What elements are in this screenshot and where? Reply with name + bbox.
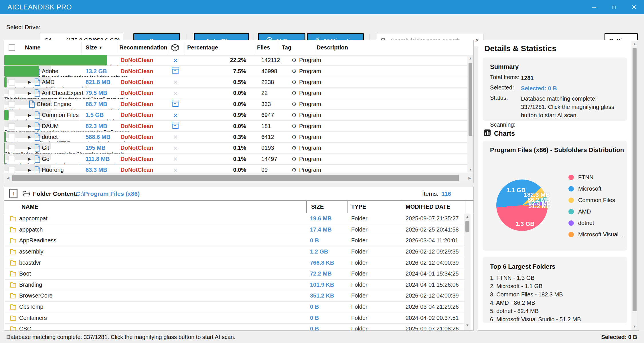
header-divider (306, 201, 307, 213)
row-checkbox[interactable] (9, 123, 15, 129)
column-header-modified[interactable]: MODIFIED DATE (406, 201, 450, 213)
checkbox-cell (9, 132, 15, 142)
list-item[interactable]: Branding101.9 KBFolder2024-04-01 15:26:0… (4, 280, 464, 291)
expand-arrow-icon[interactable]: ▶ (28, 154, 31, 164)
list-item[interactable]: AppReadiness0 BFolder2026-03-04 11:20:01 (4, 235, 464, 246)
row-checkbox[interactable] (9, 134, 15, 140)
table-row[interactable]: ▶Adobe13.2 GBDoNotClean7.5%46998⚙Program… (4, 66, 467, 77)
item-size: 101.9 KB (310, 280, 334, 290)
expand-arrow-icon[interactable]: ▶ (28, 121, 31, 131)
toolbar: Select Drive: C:\ (175.8 GB/953.6 GB) ▼ … (0, 14, 644, 40)
list-item[interactable]: bcastdvr766.8 KBFolder2026-02-12 04:00:3… (4, 257, 464, 268)
column-header-recommendation[interactable]: Recommendation (119, 40, 167, 55)
item-size: 0 B (310, 324, 319, 331)
legend-item[interactable]: FTNN (568, 172, 625, 183)
row-checkbox[interactable] (9, 79, 15, 85)
column-header-files[interactable]: Files (257, 40, 270, 55)
list-item[interactable]: CSC0 BFolder2025-09-07 21:08:26 (4, 324, 464, 331)
expand-arrow-icon[interactable]: ▶ (28, 88, 31, 98)
scrollbar-thumb[interactable] (12, 175, 459, 181)
legend-item[interactable]: AMD (568, 206, 625, 217)
scrollbar-thumb[interactable] (633, 48, 637, 311)
item-modified-date: 2026-03-04 21:29:26 (406, 302, 459, 312)
folder-path-link[interactable]: C:\Program Files (x86) (76, 187, 140, 200)
table-row[interactable]: ▶dotnet588.6 MBDoNotClean×0.3%6412⚙Progr… (4, 132, 467, 143)
scroll-left-icon[interactable]: ◀ (4, 173, 12, 183)
row-checkbox[interactable] (9, 156, 15, 162)
navigate-up-button[interactable]: ↑ (9, 189, 17, 198)
column-header-name[interactable]: Name (25, 40, 40, 55)
column-header-type[interactable]: TYPE (351, 201, 366, 213)
folder-name: Adobe (42, 66, 58, 76)
expand-arrow-icon[interactable]: ▶ (28, 110, 31, 120)
files-count: 46998 (261, 66, 277, 76)
table-row[interactable]: ▶Common Files1.5 GBDoNotClean×0.9%6947⚙P… (4, 110, 467, 121)
scroll-up-icon[interactable]: ▲ (631, 41, 638, 47)
scroll-up-icon[interactable]: ▲ (467, 55, 473, 62)
scroll-up-icon[interactable]: ▲ (464, 213, 471, 220)
item-size: 17.4 MB (310, 224, 332, 235)
legend-item[interactable]: Microsoft Visual ... (568, 229, 625, 240)
chart-legend: FTNNMicrosoftCommon FilesAMDdotnetMicros… (568, 172, 625, 240)
row-checkbox[interactable] (9, 112, 15, 118)
column-header-size[interactable]: Size ▼ (86, 40, 102, 55)
row-checkbox[interactable] (9, 90, 15, 96)
column-header-name[interactable]: NAME (21, 201, 38, 213)
action-cell: × (168, 110, 183, 120)
row-checkbox[interactable] (9, 167, 15, 173)
table-row[interactable]: ▶AMD821.8 MBDoNotClean×0.5%2238⚙ProgramD… (4, 77, 467, 88)
list-item[interactable]: BrowserCore351.2 KBFolder2026-02-12 04:0… (4, 290, 464, 302)
legend-dot (568, 186, 574, 192)
not-cleanable-x-icon: × (173, 144, 177, 152)
total-items-row: Total Items: 1281 (490, 74, 620, 82)
column-header-tag[interactable]: Tag (282, 40, 291, 55)
expand-arrow-icon[interactable]: ▶ (28, 77, 31, 87)
legend-item[interactable]: Common Files (568, 194, 625, 206)
table-row[interactable]: ▶Go111.8 MBDoNotClean×0.1%14497⚙ProgramS… (4, 154, 467, 165)
top6-item: 6. Microsoft Visual Studio - 51.2 MB (490, 315, 620, 324)
action-cell: × (168, 154, 183, 164)
list-item[interactable]: appcompat19.6 MBFolder2025-09-07 21:35:2… (4, 213, 464, 224)
legend-item[interactable]: Microsoft (568, 183, 625, 194)
row-checkbox[interactable] (9, 101, 15, 107)
scroll-down-icon[interactable]: ▼ (464, 322, 471, 329)
vertical-scrollbar[interactable]: ▲ ▼ (464, 213, 471, 331)
expand-arrow-icon[interactable]: ▶ (28, 143, 31, 153)
top6-card: Top 6 Largest Folders 1. FTNN - 1.3 GB2.… (483, 257, 627, 323)
item-name: bcastdvr (19, 257, 41, 268)
folder-table-header: NAME SIZE TYPE MODIFIED DATE (4, 200, 473, 213)
close-button[interactable]: × (624, 0, 644, 14)
list-item[interactable]: Containers0 BFolder2024-04-02 00:37:51 (4, 312, 464, 324)
vertical-scrollbar[interactable]: ▲ ▼ (467, 55, 473, 173)
folder-name: DAUM (42, 121, 59, 131)
list-item[interactable]: Boot72.2 MBFolder2024-04-01 15:34:25 (4, 268, 464, 280)
table-row[interactable]: ▼Program Files39 GBDoNotClean×22.2%14211… (4, 55, 467, 66)
minimize-button[interactable]: – (584, 0, 604, 14)
maximize-button[interactable]: □ (604, 0, 624, 14)
scroll-down-icon[interactable]: ▼ (467, 166, 473, 173)
list-item[interactable]: CbsTemp0 BFolder2026-03-04 21:29:26 (4, 302, 464, 313)
select-all-checkbox[interactable] (9, 44, 15, 51)
row-checkbox[interactable] (9, 145, 15, 151)
scrollbar-thumb[interactable] (465, 221, 469, 232)
column-header-size[interactable]: SIZE (311, 201, 324, 213)
column-header-percentage[interactable]: Percentage (187, 40, 218, 55)
files-count: 6947 (261, 110, 274, 120)
item-size: 19.6 MB (310, 213, 332, 224)
legend-label: Microsoft (578, 186, 601, 192)
vertical-scrollbar[interactable]: ▲ ▼ (631, 41, 638, 330)
list-item[interactable]: assembly1.2 GBFolder2026-02-12 09:29:35 (4, 246, 464, 258)
table-row[interactable]: ▶AntiCheatExpert79.5 MBDoNotClean×0.0%22… (4, 88, 467, 99)
scroll-right-icon[interactable]: ▶ (466, 173, 473, 183)
table-row[interactable]: ▶Git195 MBDoNotClean×0.1%9193⚙ProgramGit… (4, 143, 467, 153)
scroll-down-icon[interactable]: ▼ (631, 323, 638, 330)
column-header-description[interactable]: Description (317, 40, 348, 55)
table-row[interactable]: ▶DAUM82.3 MBDoNotClean0.0%181⚙ProgramSto… (4, 121, 467, 131)
table-row[interactable]: Cheat Engine88.7 MBDoNotClean0.0%333⚙Pro… (4, 99, 467, 110)
scrollbar-thumb[interactable] (469, 63, 472, 136)
horizontal-scrollbar[interactable]: ◀ ▶ (4, 173, 473, 183)
list-item[interactable]: apppatch17.4 MBFolder2026-02-25 20:41:58 (4, 224, 464, 236)
checkbox-cell (9, 154, 15, 164)
expand-arrow-icon[interactable]: ▶ (28, 132, 31, 142)
legend-item[interactable]: dotnet (568, 217, 625, 229)
